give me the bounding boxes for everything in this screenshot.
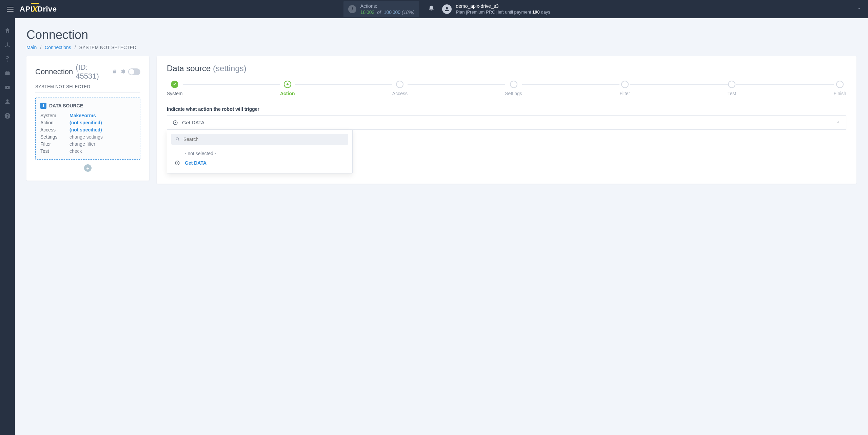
step-dot-done <box>171 81 178 88</box>
step-action[interactable]: Action <box>280 81 295 96</box>
user-menu[interactable]: demo_apix-drive_s3 Plan |Premium PRO| le… <box>442 3 550 15</box>
notifications-icon[interactable] <box>428 5 435 13</box>
user-plan: Plan |Premium PRO| left until payment 19… <box>456 9 550 15</box>
breadcrumb-connections[interactable]: Connections <box>45 45 71 50</box>
breadcrumb-current: SYSTEM NOT SELECTED <box>79 45 137 50</box>
action-section-label: Indicate what action the robot will trig… <box>167 106 846 112</box>
logo-left: API <box>20 5 33 14</box>
briefcase-icon[interactable] <box>4 70 11 77</box>
content: Connection Main / Connections / SYSTEM N… <box>15 18 868 193</box>
option-get-data[interactable]: Get DATA <box>171 158 348 168</box>
ds-rows: SystemMakeForms Action(not specified) Ac… <box>40 113 135 154</box>
action-select-trigger[interactable]: Get DATA <box>167 115 846 130</box>
ds-row-test: Testcheck <box>40 148 135 154</box>
avatar-icon <box>442 4 452 14</box>
info-icon: i <box>348 5 356 13</box>
search-input[interactable] <box>183 137 344 142</box>
step-filter[interactable]: Filter <box>619 81 630 96</box>
actions-values: 18'002 of 100'000 (18%) <box>360 9 415 15</box>
user-icon[interactable] <box>4 98 11 105</box>
video-icon[interactable] <box>4 84 11 91</box>
data-source-card[interactable]: 1 DATA SOURCE SystemMakeForms Action(not… <box>35 98 140 160</box>
search-wrap[interactable] <box>171 134 348 145</box>
ds-row-action: Action(not specified) <box>40 120 135 125</box>
stepper: System Action Access Settings Filter Tes… <box>167 81 846 96</box>
add-destination-button[interactable]: + <box>84 164 92 172</box>
ds-test-link[interactable]: check <box>70 148 82 154</box>
ds-badge: 1 <box>40 103 46 109</box>
connection-toggle[interactable] <box>128 68 140 75</box>
connection-id: (ID: 45531) <box>76 63 109 81</box>
ds-row-access: Access(not specified) <box>40 127 135 132</box>
sidebar <box>0 18 15 193</box>
gear-icon[interactable] <box>120 67 125 76</box>
top-bar: API X Drive i Actions: 18'002 of 100'000… <box>0 0 868 18</box>
user-text: demo_apix-drive_s3 Plan |Premium PRO| le… <box>456 3 550 15</box>
breadcrumb-main[interactable]: Main <box>26 45 37 50</box>
ds-system-link[interactable]: MakeForms <box>70 113 96 118</box>
panel-title: Data source (settings) <box>167 64 846 73</box>
search-icon <box>175 137 180 142</box>
home-icon[interactable] <box>4 27 11 34</box>
chevron-down-icon[interactable] <box>837 6 861 12</box>
ds-access-link[interactable]: (not specified) <box>70 127 102 132</box>
ds-settings-link[interactable]: change settings <box>70 134 103 140</box>
play-icon <box>175 160 180 166</box>
connection-panel: Connection (ID: 45531) SYSTEM NOT SELECT… <box>26 56 149 181</box>
actions-counter[interactable]: i Actions: 18'002 of 100'000 (18%) <box>343 1 419 17</box>
action-dropdown: - not selected - Get DATA <box>167 130 353 173</box>
option-not-selected[interactable]: - not selected - <box>171 149 348 158</box>
data-source-header: 1 DATA SOURCE <box>40 103 135 109</box>
step-access[interactable]: Access <box>392 81 408 96</box>
settings-panel: Data source (settings) System Action Acc… <box>157 56 856 184</box>
page-title: Connection <box>26 28 856 42</box>
ds-title: DATA SOURCE <box>49 103 83 108</box>
action-select: Get DATA - not selected - Get DATA <box>167 115 846 173</box>
breadcrumb: Main / Connections / SYSTEM NOT SELECTED <box>26 45 856 50</box>
copy-icon[interactable] <box>112 67 117 76</box>
ds-row-settings: Settingschange settings <box>40 134 135 140</box>
connections-icon[interactable] <box>4 41 11 48</box>
help-icon[interactable] <box>4 112 11 119</box>
svg-point-1 <box>176 138 178 140</box>
user-name: demo_apix-drive_s3 <box>456 3 550 9</box>
play-icon <box>173 120 178 125</box>
chevron-up-icon <box>836 120 841 125</box>
ds-row-filter: Filterchange filter <box>40 141 135 147</box>
step-test[interactable]: Test <box>728 81 736 96</box>
ds-filter-link[interactable]: change filter <box>70 141 95 147</box>
connection-title: Connection <box>35 67 73 76</box>
connection-subtitle: SYSTEM NOT SELECTED <box>35 84 140 93</box>
ds-action-link[interactable]: (not specified) <box>70 120 102 125</box>
logo-right: Drive <box>37 5 57 14</box>
actions-label: Actions: <box>360 3 415 9</box>
step-system[interactable]: System <box>167 81 183 96</box>
logo-x-icon: X <box>32 4 38 15</box>
step-finish[interactable]: Finish <box>834 81 846 96</box>
menu-icon[interactable] <box>7 7 14 12</box>
step-settings[interactable]: Settings <box>505 81 522 96</box>
connection-header: Connection (ID: 45531) <box>35 63 140 81</box>
billing-icon[interactable] <box>4 56 11 62</box>
actions-text: Actions: 18'002 of 100'000 (18%) <box>360 3 415 15</box>
ds-row-system: SystemMakeForms <box>40 113 135 118</box>
logo[interactable]: API X Drive <box>20 4 57 15</box>
select-value: Get DATA <box>182 120 204 125</box>
